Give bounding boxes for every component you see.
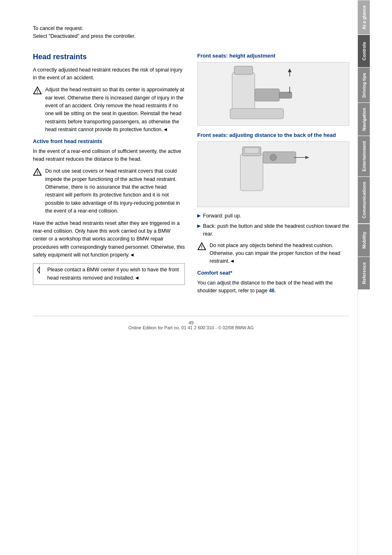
tab-mobility[interactable]: Mobility	[358, 224, 370, 257]
tab-at-a-glance[interactable]: At a glance	[358, 0, 370, 35]
head-restraints-title: Head restraints	[33, 53, 185, 61]
svg-rect-14	[244, 148, 259, 153]
tab-driving-tips[interactable]: Driving tips	[358, 67, 370, 103]
bullet-item-2: ▶ Back: push the button and slide the he…	[197, 222, 349, 238]
svg-rect-7	[234, 66, 253, 74]
svg-text:!: !	[37, 89, 38, 94]
tab-controls[interactable]: Controls	[358, 35, 370, 67]
warning-icon-2: !	[33, 168, 42, 177]
bullet-arrow-1: ▶	[197, 213, 201, 218]
svg-rect-5	[232, 72, 255, 109]
svg-point-16	[270, 154, 277, 161]
note-box: Please contact a BMW center if you wish …	[33, 263, 185, 285]
tab-entertainment[interactable]: Entertainment	[358, 136, 370, 176]
warning-box-3: ! Do not place any objects behind the he…	[197, 242, 349, 266]
cancel-line2: Select "Deactivated" and press the contr…	[33, 32, 349, 40]
seat-distance-svg	[208, 143, 339, 205]
bullets-container: ▶ Forward: pull up. ▶ Back: push the but…	[197, 212, 349, 238]
cancel-line1: To cancel the request:	[33, 25, 349, 32]
front-seats-height-title: Front seats: height adjustment	[197, 53, 349, 59]
warning-text-3: Do not place any objects behind the head…	[210, 242, 349, 266]
right-column: Front seats: height adjustment	[197, 53, 349, 299]
svg-rect-12	[240, 154, 263, 191]
svg-text:!: !	[201, 245, 202, 249]
front-seats-distance-diagram	[197, 141, 349, 207]
warning-icon-1: !	[33, 86, 42, 95]
front-seats-distance-title: Front seats: adjusting distance to the b…	[197, 132, 349, 138]
warning-box-2: ! Do not use seat covers or head restrai…	[33, 167, 185, 215]
bullet-text-1: Forward: pull up.	[203, 212, 241, 220]
note-text: Please contact a BMW center if you wish …	[47, 266, 181, 282]
warning-box-1: ! Adjust the head restraint so that its …	[33, 86, 185, 134]
svg-marker-4	[37, 267, 39, 273]
svg-rect-8	[255, 89, 279, 101]
svg-text:!: !	[37, 171, 38, 175]
comfort-seat-link[interactable]: 46	[269, 288, 274, 294]
warning-text-2: Do not use seat covers or head restraint…	[45, 167, 185, 215]
page-number: 49	[33, 320, 349, 325]
left-column: Head restraints A correctly adjusted hea…	[33, 53, 185, 299]
svg-marker-18	[305, 156, 309, 159]
active-front-title: Active front head restraints	[33, 138, 185, 144]
comfort-seat-section: Comfort seat* You can adjust the distanc…	[197, 270, 349, 295]
seat-height-svg	[208, 64, 339, 124]
svg-rect-15	[263, 152, 296, 163]
comfort-seat-title: Comfort seat*	[197, 270, 349, 276]
head-restraints-intro: A correctly adjusted head restraint redu…	[33, 66, 185, 82]
front-seats-height-diagram	[197, 62, 349, 126]
right-tabs: At a glance Controls Driving tips Naviga…	[357, 0, 370, 555]
copyright-text: Online Edition for Part no. 01 41 2 600 …	[33, 325, 349, 330]
cancel-section: To cancel the request: Select "Deactivat…	[33, 25, 349, 40]
active-front-text1: In the event of a rear-end collision of …	[33, 148, 185, 164]
active-front-section: Active front head restraints In the even…	[33, 138, 185, 285]
note-icon	[37, 266, 44, 274]
warning-icon-3: !	[197, 242, 206, 251]
comfort-seat-text: You can adjust the distance to the back …	[197, 279, 349, 295]
bullet-item-1: ▶ Forward: pull up.	[197, 212, 349, 220]
bullet-text-2: Back: push the button and slide the head…	[203, 222, 349, 238]
page-footer: 49 Online Edition for Part no. 01 41 2 6…	[33, 316, 349, 330]
tab-communications[interactable]: Communications	[358, 176, 370, 223]
tab-reference[interactable]: Reference	[358, 257, 370, 289]
svg-rect-9	[279, 92, 292, 98]
active-front-text2: Have the active head restraints reset af…	[33, 220, 185, 259]
bullet-arrow-2: ▶	[197, 223, 201, 229]
svg-rect-6	[230, 109, 284, 119]
warning-text-1: Adjust the head restraint so that its ce…	[45, 86, 185, 134]
tab-navigation[interactable]: Navigation	[358, 102, 370, 136]
